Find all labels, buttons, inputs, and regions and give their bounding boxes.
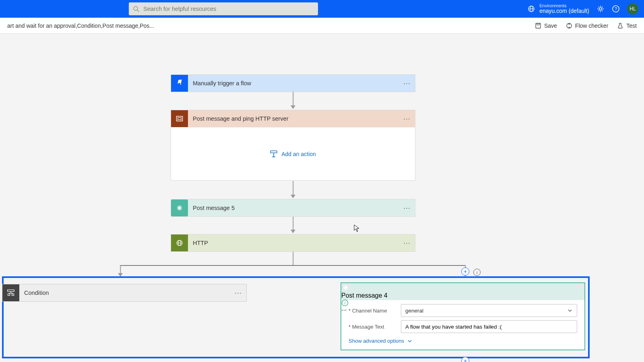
- branch-connector: [120, 265, 465, 266]
- info-icon[interactable]: i: [473, 269, 481, 276]
- svg-rect-9: [537, 23, 539, 25]
- save-button[interactable]: Save: [535, 23, 557, 29]
- top-bar: Environments enayu.com (default) ? HL: [0, 0, 644, 18]
- env-label: Environments: [539, 3, 589, 8]
- save-label: Save: [544, 23, 557, 29]
- command-bar: art and wait for an approval,Condition,P…: [0, 18, 644, 34]
- test-button[interactable]: Test: [617, 23, 637, 29]
- connector-arrow: [118, 265, 123, 277]
- show-advanced-options[interactable]: Show advanced options: [349, 336, 577, 346]
- post-message-4-step[interactable]: Post message 4 i ··· Channel Name genera…: [341, 282, 585, 350]
- connector-arrow: [290, 217, 296, 234]
- post-4-body: Channel Name general Message Text Show a…: [341, 300, 584, 350]
- http-title: HTTP: [188, 240, 399, 246]
- search-box[interactable]: [129, 2, 318, 15]
- step-menu[interactable]: ···: [399, 239, 415, 247]
- trigger-icon: [171, 75, 188, 92]
- test-icon: [617, 23, 623, 29]
- gear-icon[interactable]: [597, 5, 605, 13]
- save-icon: [535, 23, 541, 29]
- flow-checker-button[interactable]: Flow checker: [566, 23, 608, 29]
- search-icon: [133, 6, 143, 12]
- message-text-field[interactable]: [405, 324, 573, 330]
- step-menu[interactable]: ···: [230, 289, 246, 297]
- channel-name-value: general: [405, 308, 423, 314]
- connector-line: [290, 252, 296, 265]
- flow-canvas[interactable]: Manually trigger a flow ··· Post message…: [0, 34, 644, 362]
- env-value: enayu.com (default): [539, 8, 589, 14]
- environment-icon: [527, 5, 535, 13]
- post-4-title: Post message 4: [341, 292, 388, 299]
- step-menu[interactable]: ···: [399, 79, 415, 88]
- svg-rect-21: [8, 290, 14, 292]
- svg-rect-13: [177, 116, 183, 121]
- add-action-button[interactable]: Add an action: [270, 150, 316, 158]
- chevron-down-icon: [567, 308, 573, 313]
- help-icon[interactable]: ?: [612, 5, 620, 13]
- flow-checker-label: Flow checker: [575, 23, 608, 29]
- condition-step[interactable]: Condition ···: [2, 284, 247, 302]
- post-5-title: Post message 5: [188, 205, 399, 211]
- trigger-step[interactable]: Manually trigger a flow ···: [171, 74, 415, 92]
- http-step[interactable]: HTTP ···: [171, 234, 415, 252]
- message-text-input[interactable]: [401, 320, 577, 333]
- condition-icon: [2, 284, 19, 301]
- svg-rect-14: [178, 118, 181, 120]
- globe-icon: [171, 234, 188, 251]
- svg-rect-15: [270, 151, 277, 153]
- condition-title: Condition: [19, 290, 230, 296]
- svg-text:?: ?: [615, 6, 617, 11]
- add-action-label: Add an action: [281, 151, 316, 157]
- svg-line-1: [137, 10, 139, 12]
- channel-name-select[interactable]: general: [401, 304, 577, 317]
- chevron-down-icon: [407, 338, 413, 344]
- slack-icon: [171, 200, 188, 216]
- step-menu[interactable]: ···: [399, 204, 415, 212]
- post-message-5-step[interactable]: Post message 5 ···: [171, 199, 415, 217]
- environment-picker[interactable]: Environments enayu.com (default): [527, 3, 589, 14]
- connector-arrow: [290, 92, 296, 110]
- message-text-label: Message Text: [349, 324, 401, 330]
- svg-point-11: [568, 23, 570, 25]
- add-parallel-branch-button[interactable]: +: [461, 267, 469, 276]
- scope-icon: [171, 110, 188, 127]
- parallel-branch-frame: Condition ··· Post message 4 i ··· Chann…: [2, 276, 590, 358]
- advanced-options-label: Show advanced options: [349, 338, 404, 344]
- svg-rect-24: [8, 294, 10, 296]
- avatar[interactable]: HL: [627, 3, 638, 14]
- breadcrumb: art and wait for an approval,Condition,P…: [7, 23, 154, 29]
- search-input[interactable]: [143, 6, 314, 12]
- svg-rect-25: [12, 294, 14, 296]
- svg-point-12: [568, 27, 570, 28]
- add-step-button[interactable]: +: [461, 357, 469, 362]
- step-menu[interactable]: ···: [399, 115, 415, 123]
- add-action-icon: [270, 150, 277, 158]
- svg-point-5: [599, 8, 602, 10]
- scope-step[interactable]: Post message and ping HTTP server ··· Ad…: [171, 110, 415, 181]
- connector-arrow: [290, 181, 296, 199]
- scope-title: Post message and ping HTTP server: [188, 115, 399, 122]
- svg-point-0: [134, 6, 138, 10]
- step-menu[interactable]: ···: [341, 306, 347, 313]
- trigger-title: Manually trigger a flow: [188, 80, 399, 86]
- channel-name-label: Channel Name: [349, 308, 401, 314]
- scope-body: Add an action: [171, 127, 415, 180]
- flow-checker-icon: [566, 23, 572, 29]
- svg-rect-8: [536, 23, 541, 28]
- test-label: Test: [626, 23, 637, 29]
- slack-icon: [341, 283, 584, 292]
